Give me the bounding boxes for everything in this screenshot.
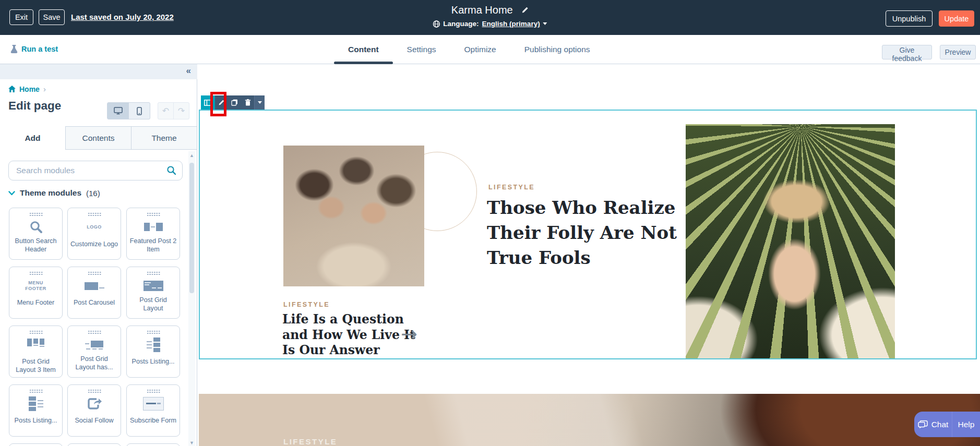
edit-page-title: Edit page bbox=[8, 99, 61, 113]
module-card[interactable]: Button Search Header bbox=[9, 208, 63, 260]
drag-handle-icon bbox=[29, 212, 43, 216]
tab-contents[interactable]: Contents bbox=[66, 126, 132, 150]
page-title: Karma Home bbox=[451, 4, 513, 16]
top-bar: Exit Save Last saved on July 20, 2022 Ka… bbox=[0, 0, 980, 35]
drag-handle-icon bbox=[147, 212, 160, 216]
save-button[interactable]: Save bbox=[39, 9, 65, 25]
home-icon bbox=[8, 86, 16, 92]
module-card[interactable]: Post Carousel bbox=[67, 267, 121, 319]
more-caret-icon[interactable] bbox=[254, 95, 265, 110]
edit-title-pencil-icon[interactable] bbox=[521, 6, 529, 16]
featured-post-icon bbox=[144, 218, 163, 236]
help-button[interactable]: Help bbox=[952, 412, 980, 437]
menu-footer-text-icon: MENUFOOTER bbox=[25, 277, 46, 295]
grid-3item-icon bbox=[27, 336, 44, 356]
exit-button[interactable]: Exit bbox=[9, 9, 33, 25]
chevron-down-icon bbox=[8, 191, 15, 196]
drag-handle-icon bbox=[88, 389, 101, 393]
breadcrumb-separator: › bbox=[43, 85, 46, 93]
search-icon bbox=[29, 218, 43, 236]
undo-icon[interactable]: ↶ bbox=[158, 103, 173, 119]
module-card[interactable]: Post Grid Layout has... bbox=[67, 326, 121, 378]
post-image-left[interactable] bbox=[283, 146, 424, 286]
last-saved-link[interactable]: Last saved on July 20, 2022 bbox=[71, 13, 174, 21]
scrollbar-thumb[interactable] bbox=[189, 163, 194, 293]
flask-icon bbox=[10, 45, 18, 53]
device-toggle bbox=[107, 102, 150, 119]
carousel-icon bbox=[85, 277, 104, 295]
post-category: LIFESTYLE bbox=[488, 184, 535, 191]
grid-layout-icon bbox=[144, 277, 163, 295]
posts-listing2-icon bbox=[29, 395, 43, 413]
language-select[interactable]: English (primary) bbox=[482, 20, 540, 28]
unpublish-button[interactable]: Unpublish bbox=[886, 10, 933, 27]
grid-has-icon bbox=[85, 336, 103, 354]
module-card[interactable]: Post Grid Layout 3 Item bbox=[9, 326, 63, 378]
chat-button[interactable]: Chat bbox=[914, 412, 952, 437]
module-card[interactable] bbox=[126, 443, 180, 446]
module-card[interactable]: Featured Post 2 Item bbox=[126, 208, 180, 260]
module-card[interactable] bbox=[9, 443, 63, 446]
preview-button[interactable]: Preview bbox=[940, 45, 976, 59]
chat-bubble-icon bbox=[918, 420, 928, 429]
drag-handle-icon bbox=[29, 389, 43, 393]
module-card[interactable]: Post Grid Layout bbox=[126, 267, 180, 319]
search-icon[interactable] bbox=[166, 165, 176, 177]
drag-handle-icon bbox=[88, 330, 101, 334]
scroll-up-icon[interactable]: ▲ bbox=[189, 153, 194, 158]
run-a-test-link[interactable]: Run a test bbox=[10, 45, 58, 53]
section-category-label: LIFESTYLE bbox=[283, 437, 337, 446]
module-card[interactable]: LOGO Customize Logo bbox=[67, 208, 121, 260]
history-controls: ↶ ↷ bbox=[158, 102, 189, 119]
drag-handle-icon bbox=[88, 212, 101, 216]
tab-add[interactable]: Add bbox=[0, 126, 66, 150]
module-search bbox=[8, 161, 183, 180]
redo-icon[interactable]: ↷ bbox=[173, 103, 189, 119]
search-input[interactable] bbox=[8, 161, 183, 180]
give-feedback-button[interactable]: Give feedback bbox=[882, 45, 932, 59]
tab-theme[interactable]: Theme bbox=[132, 126, 197, 150]
drag-handle-icon bbox=[88, 271, 101, 275]
page-title-block: Karma Home Language: English (primary) bbox=[433, 4, 547, 28]
module-card[interactable] bbox=[67, 443, 121, 446]
subscribe-form-icon bbox=[143, 395, 164, 413]
section-count: (16) bbox=[86, 189, 100, 198]
logo-text-icon: LOGO bbox=[87, 218, 102, 236]
module-card[interactable]: Subscribe Form bbox=[126, 384, 180, 437]
tab-publishing-options[interactable]: Publishing options bbox=[510, 35, 604, 64]
desktop-icon[interactable] bbox=[107, 103, 128, 119]
theme-modules-header[interactable]: Theme modules (16) bbox=[8, 188, 100, 198]
collapse-sidebar-icon[interactable]: « bbox=[186, 66, 191, 76]
tab-settings[interactable]: Settings bbox=[393, 35, 450, 64]
module-card[interactable]: Posts Listing... bbox=[126, 326, 180, 378]
editor-tabs: Content Settings Optimize Publishing opt… bbox=[334, 35, 604, 64]
globe-icon bbox=[433, 20, 440, 28]
module-card[interactable]: Posts Listing... bbox=[9, 384, 63, 437]
mobile-icon[interactable] bbox=[128, 103, 150, 119]
scroll-down-icon[interactable]: ▼ bbox=[189, 440, 194, 445]
drag-handle-icon bbox=[147, 271, 160, 275]
language-caret-icon[interactable] bbox=[543, 22, 547, 25]
section-title: Theme modules bbox=[20, 188, 81, 198]
post-title-right[interactable]: Those Who Realize Their Folly Are Not Tr… bbox=[487, 195, 677, 270]
drag-handle-icon bbox=[147, 389, 160, 393]
post-title-left[interactable]: Life Is a Question and How We Live It Is… bbox=[282, 312, 415, 358]
drag-handle-icon bbox=[29, 271, 43, 275]
sidebar-tabs: Add Contents Theme bbox=[0, 126, 197, 150]
post-image-right[interactable] bbox=[686, 124, 895, 358]
tab-content[interactable]: Content bbox=[334, 35, 393, 64]
next-section-image[interactable]: LIFESTYLE bbox=[199, 394, 980, 446]
language-label: Language: bbox=[443, 20, 479, 28]
read-more-arrow-icon[interactable]: → bbox=[401, 322, 417, 345]
module-card[interactable]: MENUFOOTER Menu Footer bbox=[9, 267, 63, 319]
breadcrumb-home-link[interactable]: Home bbox=[19, 85, 40, 93]
sidebar-collapse-bar: « bbox=[0, 64, 197, 79]
update-button[interactable]: Update bbox=[939, 10, 974, 27]
duplicate-icon[interactable] bbox=[228, 95, 241, 110]
posts-listing-icon bbox=[147, 336, 160, 354]
breadcrumb: Home › bbox=[8, 85, 46, 93]
social-follow-icon bbox=[87, 395, 102, 413]
delete-icon[interactable] bbox=[241, 95, 254, 110]
module-card[interactable]: Social Follow bbox=[67, 384, 121, 437]
tab-optimize[interactable]: Optimize bbox=[450, 35, 510, 64]
